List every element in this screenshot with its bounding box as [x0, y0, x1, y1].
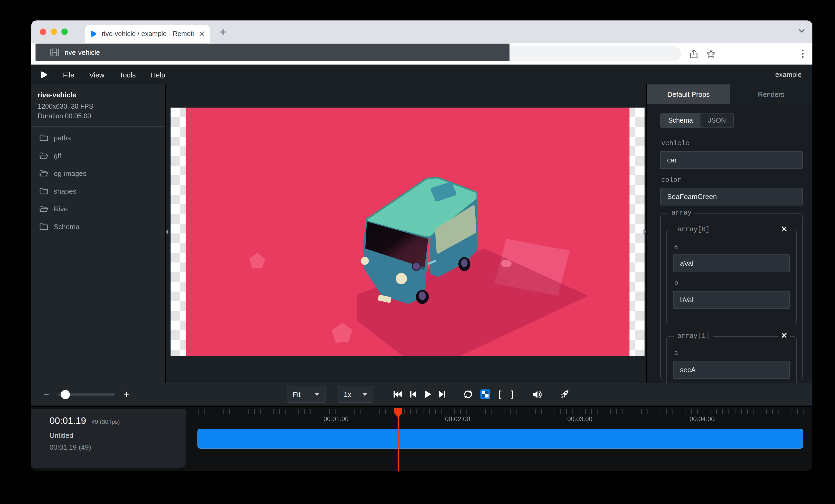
remove-array-item-0-icon[interactable]	[778, 226, 790, 232]
folder-open-icon	[39, 169, 48, 177]
play-button[interactable]	[424, 390, 431, 399]
browser-tab[interactable]: rive-vehicle / example - Remoti	[85, 25, 210, 43]
browser-menu-kebab-icon[interactable]	[802, 49, 804, 58]
vehicle-artboard	[186, 108, 630, 356]
remotion-logo-icon	[40, 70, 48, 79]
composition-label: Rive	[54, 205, 68, 213]
tab-default-props[interactable]: Default Props	[647, 84, 730, 104]
composition-list-item[interactable]: paths	[31, 129, 165, 147]
field-label-a: a	[674, 350, 790, 357]
jump-to-start-button[interactable]	[393, 390, 403, 399]
fit-select-value: Fit	[293, 390, 301, 398]
menu-item[interactable]: Help	[143, 71, 173, 79]
render-rocket-icon[interactable]	[559, 389, 570, 399]
composition-label: gif	[54, 152, 61, 160]
window-controls	[40, 28, 68, 35]
composition-list-item[interactable]: Rive	[31, 200, 165, 218]
screen: rive-vehicle / example - Remoti	[0, 0, 835, 504]
track-name: Untitled	[49, 432, 186, 439]
tab-close-icon[interactable]	[199, 31, 204, 37]
props-panel-body: Schema JSON vehicle car color SeaFoamGre…	[647, 104, 812, 383]
current-timecode: 00:01.19	[49, 415, 86, 426]
chevron-down-icon	[362, 393, 367, 396]
volume-icon[interactable]	[532, 390, 543, 399]
zoom-out-button[interactable]: −	[42, 388, 50, 400]
main-content: rive-vehicle 1200x630, 30 FPS Duration 0…	[31, 84, 812, 383]
playback-rate-select[interactable]: 1x	[338, 386, 373, 403]
composition-list-item[interactable]: shapes	[31, 182, 165, 200]
zoom-slider-thumb[interactable]	[61, 390, 70, 399]
compositions-sidebar: rive-vehicle 1200x630, 30 FPS Duration 0…	[31, 84, 165, 383]
composition-label: shapes	[54, 187, 76, 195]
app-menu-items: FileViewToolsHelp	[56, 70, 173, 79]
field-label-b: b	[674, 280, 790, 287]
zoom-control: − +	[42, 383, 131, 405]
composition-canvas	[170, 108, 645, 356]
vehicle-input[interactable]: car	[660, 151, 803, 169]
ruler-time-label: 00:02.00	[445, 415, 470, 423]
new-tab-button[interactable]	[219, 27, 228, 37]
next-frame-button[interactable]	[439, 390, 446, 399]
array-0-b-input[interactable]: bVal	[673, 291, 790, 309]
minimize-window-button[interactable]	[50, 28, 57, 35]
tab-renders[interactable]: Renders	[730, 84, 812, 104]
playhead[interactable]	[398, 408, 399, 471]
transport-controls: [ ]	[393, 383, 570, 405]
collapse-right-panel-handle[interactable]	[641, 228, 647, 236]
close-window-button[interactable]	[40, 28, 46, 35]
composition-list: image-in-lottie	[31, 127, 165, 236]
checkerboard-pattern	[482, 391, 489, 398]
bookmark-star-icon[interactable]	[707, 49, 716, 58]
previous-frame-button[interactable]	[409, 390, 417, 399]
composition-label: og-images	[54, 169, 86, 177]
folder-icon	[39, 223, 48, 231]
browser-tabstrip: rive-vehicle / example - Remoti	[31, 20, 812, 43]
remove-array-item-1-icon[interactable]	[778, 332, 790, 338]
fullscreen-window-button[interactable]	[61, 28, 68, 35]
color-input[interactable]: SeaFoamGreen	[660, 188, 803, 206]
field-label-vehicle: vehicle	[661, 140, 803, 147]
toggle-json[interactable]: JSON	[700, 113, 734, 127]
array-0-a-input[interactable]: aVal	[673, 254, 790, 272]
composition-list-item[interactable]: Schema	[31, 218, 165, 236]
share-icon[interactable]	[690, 49, 698, 58]
props-panel-tabs: Default Props Renders	[647, 84, 812, 104]
app-menubar: FileViewToolsHelp example	[31, 65, 812, 84]
composition-label: Schema	[54, 223, 79, 231]
fit-select[interactable]: Fit	[287, 386, 326, 403]
collapse-left-panel-handle[interactable]	[165, 228, 170, 236]
toggle-schema[interactable]: Schema	[661, 113, 700, 127]
composition-label: paths	[54, 134, 71, 142]
project-name: rive-vehicle	[38, 91, 158, 99]
field-label-color: color	[661, 176, 803, 184]
chevron-down-icon	[314, 393, 320, 396]
timeline-track-area: 00:01.0000:02.0000:03.0000:04.00	[186, 407, 812, 471]
playback-toolbar: − + Fit 1x	[31, 383, 812, 407]
composition-list-item[interactable]: gif	[31, 147, 165, 165]
timeline-ruler[interactable]: 00:01.0000:02.0000:03.0000:04.00	[186, 409, 812, 428]
props-panel: Default Props Renders Schema JSON vehicl…	[647, 84, 812, 383]
folder-open-icon	[39, 152, 48, 160]
set-in-point-icon[interactable]: [	[497, 389, 503, 400]
menu-item[interactable]: File	[56, 71, 82, 79]
transparency-toggle-icon[interactable]	[481, 390, 490, 399]
menu-item[interactable]: View	[82, 71, 112, 79]
remotion-favicon	[90, 30, 97, 38]
menu-item[interactable]: Tools	[112, 71, 143, 79]
folder-open-icon	[39, 205, 48, 213]
tab-search-chevron-icon[interactable]	[798, 28, 805, 33]
zoom-in-button[interactable]: +	[122, 388, 131, 400]
array-fieldset-title: array	[668, 209, 695, 217]
timeline-info-panel: 00:01.19 49 (30 fps) Untitled 00:01.19 (…	[31, 409, 186, 468]
ruler-time-label: 00:03.00	[567, 415, 592, 423]
folder-icon	[39, 187, 48, 195]
zoom-slider[interactable]	[58, 393, 115, 396]
timeline-track-bar[interactable]	[198, 429, 803, 448]
loop-toggle-icon[interactable]	[463, 390, 473, 399]
vehicle-illustration	[186, 108, 630, 356]
ruler-time-label: 00:04.00	[690, 415, 714, 423]
set-out-point-icon[interactable]: ]	[510, 389, 515, 400]
project-duration: Duration 00:05.00	[38, 111, 158, 121]
array-1-a-input[interactable]: secA	[673, 361, 790, 379]
composition-list-item[interactable]: og-images	[31, 165, 165, 182]
